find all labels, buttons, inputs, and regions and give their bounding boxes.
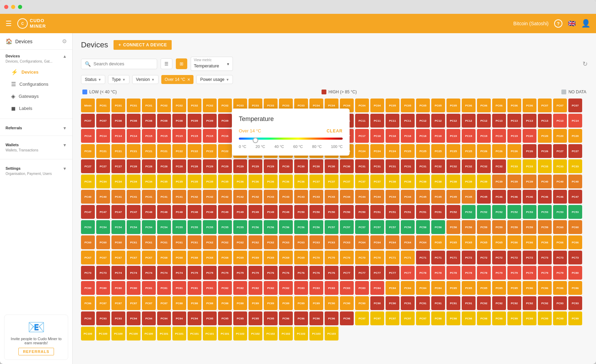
connect-device-button[interactable]: + CONNECT A DEVICE <box>114 40 172 50</box>
device-tile[interactable]: PC06 <box>462 99 476 112</box>
device-tile[interactable]: PC93 <box>568 296 582 310</box>
device-tile[interactable]: PC06 <box>477 99 491 112</box>
device-tile[interactable]: PC87 <box>157 296 171 310</box>
device-tile[interactable]: PC27 <box>553 144 567 158</box>
device-tile[interactable]: PC69 <box>279 251 293 264</box>
device-tile[interactable]: PC88 <box>233 296 247 310</box>
device-tile[interactable]: PC100 <box>127 327 141 340</box>
device-tile[interactable]: PC34 <box>127 175 141 188</box>
power-usage-filter-button[interactable]: Power usage ▼ <box>196 75 233 84</box>
device-tile[interactable]: PC26 <box>507 144 521 158</box>
device-tile[interactable]: PC81 <box>203 281 217 295</box>
device-tile[interactable]: PC70 <box>355 251 369 264</box>
device-tile[interactable]: PC43 <box>294 190 308 204</box>
help-icon[interactable]: ? <box>554 19 562 28</box>
device-tile[interactable]: PC71 <box>401 251 415 264</box>
device-tile[interactable]: PC65 <box>462 235 476 249</box>
device-tile[interactable]: PC60 <box>96 235 110 249</box>
device-tile[interactable]: PC88 <box>188 296 201 310</box>
device-tile[interactable]: PC76 <box>279 266 293 280</box>
device-tile[interactable]: PC47 <box>568 190 582 204</box>
device-tile[interactable]: PC52 <box>492 205 506 219</box>
device-tile[interactable]: PC80 <box>81 281 95 295</box>
device-tile[interactable]: PC42 <box>203 190 217 204</box>
device-tile[interactable]: PC56 <box>264 220 278 234</box>
device-tile[interactable]: PC30 <box>340 159 354 173</box>
device-tile[interactable]: PC73 <box>96 266 110 280</box>
device-tile[interactable]: PC70 <box>370 251 384 264</box>
device-tile[interactable]: PC96 <box>294 311 308 325</box>
device-tile[interactable]: PC82 <box>233 281 247 295</box>
list-view-button[interactable]: ☰ <box>161 58 172 69</box>
device-tile[interactable]: PC44 <box>355 190 369 204</box>
device-tile[interactable]: PC92 <box>507 296 521 310</box>
device-tile[interactable]: PC79 <box>523 266 536 280</box>
device-tile[interactable]: PC20 <box>553 129 567 143</box>
device-tile[interactable]: PC46 <box>538 190 552 204</box>
device-tile[interactable]: PC16 <box>218 129 232 143</box>
device-tile[interactable]: PC59 <box>477 220 491 234</box>
device-tile[interactable]: PC40 <box>553 175 567 188</box>
device-tile[interactable]: PC12 <box>446 114 460 128</box>
device-tile[interactable]: PC95 <box>249 311 262 325</box>
device-tile[interactable]: PC39 <box>523 175 536 188</box>
device-tile[interactable]: PC33 <box>553 159 567 173</box>
device-tile[interactable]: PC60 <box>111 235 125 249</box>
device-tile[interactable]: PC86 <box>523 281 536 295</box>
device-tile[interactable]: PC101 <box>203 327 217 340</box>
device-tile[interactable]: PC78 <box>416 266 430 280</box>
device-tile[interactable]: PC46 <box>553 190 567 204</box>
device-tile[interactable]: PC93 <box>96 311 110 325</box>
device-tile[interactable]: PC57 <box>325 220 338 234</box>
device-tile[interactable]: PC54 <box>111 220 125 234</box>
device-tile[interactable]: PC55 <box>203 220 217 234</box>
sidebar-home-item[interactable]: 🏠 Devices <box>6 38 33 45</box>
device-tile[interactable]: PC42 <box>218 190 232 204</box>
device-tile[interactable]: PC56 <box>309 220 323 234</box>
device-tile[interactable]: PC41 <box>111 190 125 204</box>
device-tile[interactable]: PC19 <box>446 129 460 143</box>
device-tile[interactable]: PC80 <box>111 281 125 295</box>
device-tile[interactable]: PC98 <box>431 311 445 325</box>
device-tile[interactable]: PC05 <box>401 99 415 112</box>
device-tile[interactable]: PC97 <box>370 311 384 325</box>
device-tile[interactable]: PC89 <box>279 296 293 310</box>
device-tile[interactable]: PC74 <box>127 266 141 280</box>
device-tile[interactable]: PC49 <box>233 205 247 219</box>
version-filter-button[interactable]: Version ▼ <box>132 75 159 84</box>
device-tile[interactable]: PC58 <box>416 220 430 234</box>
device-tile[interactable]: PC38 <box>431 175 445 188</box>
device-tile[interactable]: PC97 <box>386 311 399 325</box>
device-tile[interactable]: PC22 <box>188 144 201 158</box>
device-tile[interactable]: PC57 <box>355 220 369 234</box>
device-tile[interactable]: PC51 <box>431 205 445 219</box>
device-tile[interactable]: PC100 <box>142 327 156 340</box>
device-tile[interactable]: PC69 <box>294 251 308 264</box>
device-tile[interactable]: PC01 <box>96 99 110 112</box>
device-tile[interactable]: PC30 <box>309 159 323 173</box>
device-tile[interactable]: PC99 <box>507 311 521 325</box>
sidebar-settings-header[interactable]: Settings Organisation, Payment, Users ▼ <box>6 166 67 178</box>
view-metric-container[interactable]: View metric Temperature Power usage Hash… <box>191 57 233 71</box>
device-tile[interactable]: PC70 <box>309 251 323 264</box>
device-tile[interactable]: PC19 <box>492 129 506 143</box>
device-tile[interactable]: PC78 <box>477 266 491 280</box>
device-tile[interactable]: PC92 <box>477 296 491 310</box>
device-tile[interactable]: PC02 <box>203 99 217 112</box>
device-tile[interactable]: PC87 <box>96 296 110 310</box>
device-tile[interactable]: PC38 <box>446 175 460 188</box>
device-tile[interactable]: PC42 <box>188 190 201 204</box>
device-tile[interactable]: PC87 <box>111 296 125 310</box>
device-tile[interactable]: PC14 <box>96 129 110 143</box>
device-tile[interactable]: PC74 <box>172 266 186 280</box>
device-tile[interactable]: PC51 <box>401 205 415 219</box>
device-tile[interactable]: PC64 <box>416 235 430 249</box>
device-tile[interactable]: PC14 <box>81 129 95 143</box>
device-tile[interactable]: PC35 <box>172 175 186 188</box>
device-tile[interactable]: PC95 <box>264 311 278 325</box>
device-tile[interactable]: PC47 <box>81 205 95 219</box>
device-tile[interactable]: PC77 <box>370 266 384 280</box>
device-tile[interactable]: PC27 <box>568 144 582 158</box>
device-tile[interactable]: PC44 <box>370 190 384 204</box>
device-tile[interactable]: Minin <box>81 99 95 112</box>
